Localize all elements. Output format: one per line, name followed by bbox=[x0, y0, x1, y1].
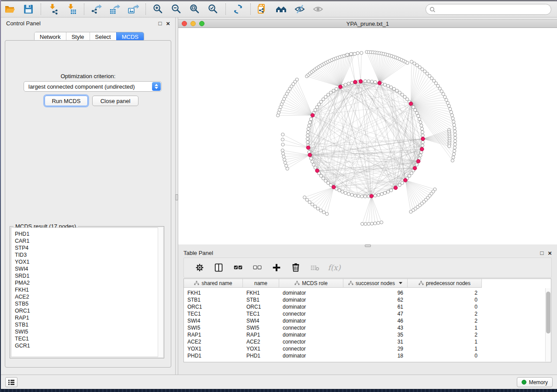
export-image-icon[interactable] bbox=[127, 3, 140, 16]
mcds-result-item[interactable]: SWI4 bbox=[15, 265, 163, 272]
cell-name[interactable]: SWI4 bbox=[243, 317, 279, 324]
cell-successor-nodes[interactable]: 61 bbox=[343, 303, 408, 310]
close-panel-button[interactable]: Close panel bbox=[92, 96, 138, 106]
table-scrollbar[interactable] bbox=[545, 288, 551, 361]
delete-column-icon[interactable] bbox=[290, 262, 301, 273]
vertical-splitter-handle[interactable] bbox=[175, 194, 178, 200]
cell-predecessor-nodes[interactable]: 2 bbox=[408, 331, 482, 338]
zoom-fit-icon[interactable] bbox=[188, 3, 201, 16]
table-scrollbar-thumb[interactable] bbox=[546, 292, 550, 334]
mcds-result-item[interactable]: FKH1 bbox=[15, 286, 163, 293]
mcds-result-item[interactable]: SRD1 bbox=[15, 272, 163, 279]
open-file-icon[interactable] bbox=[3, 3, 17, 16]
mcds-result-item[interactable]: PMA2 bbox=[15, 279, 163, 286]
cell-shared-name[interactable]: ORC1 bbox=[184, 303, 243, 310]
zoom-in-icon[interactable] bbox=[152, 3, 165, 16]
first-neighbors-icon[interactable] bbox=[275, 3, 288, 16]
run-mcds-button[interactable]: Run MCDS bbox=[45, 96, 88, 106]
mcds-result-item[interactable]: STP4 bbox=[15, 244, 163, 251]
cell-name[interactable]: FKH1 bbox=[243, 289, 279, 296]
mcds-result-item[interactable]: ACE2 bbox=[15, 293, 163, 300]
column-header-MCDS-role[interactable]: MCDS role bbox=[279, 279, 343, 287]
table-row[interactable]: TEC1TEC1connector472 bbox=[184, 310, 482, 317]
mcds-result-item[interactable]: PHD1 bbox=[15, 230, 163, 237]
mcds-result-item[interactable]: YOX1 bbox=[15, 258, 163, 265]
search-box[interactable] bbox=[426, 4, 551, 15]
memory-button[interactable]: Memory bbox=[517, 377, 553, 387]
cell-shared-name[interactable]: SWI5 bbox=[184, 324, 243, 331]
cell-predecessor-nodes[interactable]: 1 bbox=[408, 324, 482, 331]
mcds-result-item[interactable]: STB1 bbox=[15, 321, 163, 328]
mcds-result-item[interactable]: TID3 bbox=[15, 251, 163, 258]
network-canvas[interactable] bbox=[178, 28, 557, 244]
cell-MCDS-role[interactable]: dominator bbox=[279, 303, 343, 310]
optimization-criterion-select[interactable]: largest connected component (undirected) bbox=[24, 81, 162, 92]
table-row[interactable]: SWI4SWI4dominator462 bbox=[184, 317, 482, 324]
cell-name[interactable]: STB1 bbox=[243, 296, 279, 303]
cell-shared-name[interactable]: ACE2 bbox=[184, 338, 243, 345]
network-window-titlebar[interactable]: YPA_prune.txt_1 bbox=[178, 19, 557, 28]
vertical-splitter[interactable] bbox=[175, 17, 178, 375]
zoom-out-icon[interactable] bbox=[170, 3, 183, 16]
table-row[interactable]: SWI5SWI5connector431 bbox=[184, 324, 482, 331]
add-column-icon[interactable] bbox=[271, 262, 282, 273]
cell-predecessor-nodes[interactable]: 2 bbox=[408, 317, 482, 324]
mcds-result-item[interactable]: GCR1 bbox=[15, 342, 163, 349]
mcds-result-item[interactable]: ORC1 bbox=[15, 307, 163, 314]
cell-predecessor-nodes[interactable]: 1 bbox=[408, 338, 482, 345]
table-row[interactable]: ORC1ORC1dominator610 bbox=[184, 303, 482, 310]
column-header-name[interactable]: name bbox=[243, 279, 279, 287]
cell-name[interactable]: ACE2 bbox=[243, 338, 279, 345]
cell-successor-nodes[interactable]: 46 bbox=[343, 317, 408, 324]
tab-network[interactable]: Network bbox=[35, 32, 66, 41]
cell-predecessor-nodes[interactable]: 0 bbox=[408, 352, 482, 359]
cell-name[interactable]: YOX1 bbox=[243, 345, 279, 352]
mcds-result-item[interactable]: SWI5 bbox=[15, 328, 163, 335]
select-all-rows-icon[interactable] bbox=[232, 262, 244, 273]
column-header-successor-nodes[interactable]: successor nodes bbox=[343, 279, 408, 287]
cell-name[interactable]: RAP1 bbox=[243, 331, 279, 338]
cell-MCDS-role[interactable]: connector bbox=[279, 345, 343, 352]
mcds-result-item[interactable]: STB5 bbox=[15, 300, 163, 307]
table-close-icon[interactable]: × bbox=[548, 250, 552, 256]
cell-name[interactable]: SWI5 bbox=[243, 324, 279, 331]
zoom-selected-icon[interactable] bbox=[207, 3, 220, 16]
cell-predecessor-nodes[interactable]: 0 bbox=[408, 296, 482, 303]
cell-successor-nodes[interactable]: 18 bbox=[343, 352, 408, 359]
cell-shared-name[interactable]: YOX1 bbox=[184, 345, 243, 352]
mcds-result-item[interactable]: TEC1 bbox=[15, 335, 163, 342]
cell-successor-nodes[interactable]: 29 bbox=[343, 345, 408, 352]
cell-MCDS-role[interactable]: dominator bbox=[279, 296, 343, 303]
cell-shared-name[interactable]: SWI4 bbox=[184, 317, 243, 324]
cell-shared-name[interactable]: RAP1 bbox=[184, 331, 243, 338]
tab-select[interactable]: Select bbox=[90, 32, 116, 41]
cell-successor-nodes[interactable]: 43 bbox=[343, 324, 408, 331]
cell-successor-nodes[interactable]: 31 bbox=[343, 338, 408, 345]
cell-MCDS-role[interactable]: dominator bbox=[279, 317, 343, 324]
table-row[interactable]: ACE2ACE2connector311 bbox=[184, 338, 482, 345]
table-row[interactable]: STB1STB1dominator620 bbox=[184, 296, 482, 303]
cell-predecessor-nodes[interactable]: 2 bbox=[408, 289, 482, 296]
cell-shared-name[interactable]: PHD1 bbox=[184, 352, 243, 359]
cell-shared-name[interactable]: FKH1 bbox=[184, 289, 243, 296]
cell-MCDS-role[interactable]: connector bbox=[279, 310, 343, 317]
table-row[interactable]: YOX1YOX1connector291 bbox=[184, 345, 482, 352]
cell-successor-nodes[interactable]: 62 bbox=[343, 296, 408, 303]
export-table-icon[interactable] bbox=[108, 3, 121, 16]
column-header-predecessor-nodes[interactable]: predecessor nodes bbox=[408, 279, 482, 287]
cell-name[interactable]: TEC1 bbox=[243, 310, 279, 317]
cell-name[interactable]: ORC1 bbox=[243, 303, 279, 310]
show-columns-icon[interactable] bbox=[213, 262, 225, 273]
mcds-result-item[interactable]: CAR1 bbox=[15, 237, 163, 244]
cell-shared-name[interactable]: TEC1 bbox=[184, 310, 243, 317]
cell-MCDS-role[interactable]: dominator bbox=[279, 352, 343, 359]
mcds-result-list[interactable]: PHD1CAR1STP4TID3YOX1SWI4SRD1PMA2FKH1ACE2… bbox=[11, 227, 163, 357]
mcds-result-item[interactable]: RAP1 bbox=[15, 314, 163, 321]
column-header-shared-name[interactable]: shared name bbox=[184, 279, 243, 287]
table-float-icon[interactable]: □ bbox=[540, 250, 543, 256]
tab-mcds[interactable]: MCDS bbox=[116, 32, 144, 41]
cell-predecessor-nodes[interactable]: 2 bbox=[408, 310, 482, 317]
cell-predecessor-nodes[interactable]: 1 bbox=[408, 345, 482, 352]
float-panel-icon[interactable]: □ bbox=[158, 21, 162, 26]
table-row[interactable]: PHD1PHD1dominator180 bbox=[184, 352, 482, 359]
